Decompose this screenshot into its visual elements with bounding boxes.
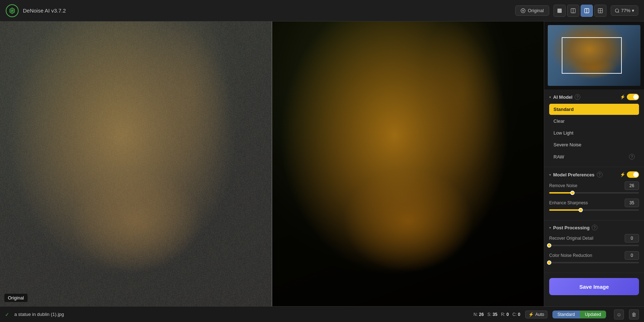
remove-noise-value[interactable]: 26	[625, 181, 639, 190]
svg-point-10	[615, 9, 619, 12]
model-option-raw[interactable]: RAW ?	[549, 151, 639, 162]
view-single[interactable]	[553, 5, 566, 17]
auto-label: Auto	[535, 312, 544, 317]
view-buttons	[553, 5, 606, 17]
standard-pill[interactable]: Standard	[552, 311, 580, 318]
view-split-active[interactable]	[581, 5, 593, 17]
view-split[interactable]	[567, 5, 579, 17]
color-param: C: 0	[512, 312, 520, 317]
auto-badge[interactable]: ⚡ Auto	[525, 311, 547, 318]
ai-model-title: AI Model	[553, 94, 572, 100]
delete-btn[interactable]: 🗑	[629, 309, 639, 319]
app-logo	[6, 4, 19, 17]
recover-detail-value[interactable]: 0	[625, 234, 639, 243]
remove-noise-param: Remove Noise 26	[549, 181, 639, 194]
remove-noise-label: Remove Noise	[549, 183, 577, 188]
ai-model-help[interactable]: ?	[575, 94, 580, 100]
enhance-sharpness-param: Enhance Sharpness 35	[549, 199, 639, 211]
status-params: N: 26 S: 35 R: 0 C: 0	[473, 312, 520, 317]
model-prefs-toggle-track[interactable]	[627, 171, 639, 178]
color-noise-value[interactable]: 0	[625, 251, 639, 260]
model-preferences-title: Model Preferences	[553, 172, 595, 177]
post-processing-title: Post Processing	[553, 225, 590, 230]
lightning-icon: ⚡	[620, 94, 625, 99]
model-option-low-light[interactable]: Low Light	[549, 127, 639, 138]
ai-model-toggle[interactable]: ⚡	[620, 94, 639, 100]
color-noise-label: Color Noise Reduction	[549, 253, 592, 258]
noise-param: N: 26	[473, 312, 484, 317]
app-title: DeNoise AI v3.7.2	[23, 8, 66, 14]
svg-rect-2	[557, 9, 562, 13]
view-grid[interactable]	[594, 5, 606, 17]
post-proc-chevron: ▾	[549, 226, 551, 230]
ai-model-header: ▾ AI Model ? ⚡	[549, 94, 639, 100]
ai-model-toggle-track[interactable]	[627, 94, 639, 100]
ai-model-toggle-thumb	[633, 94, 638, 99]
recover-detail-label: Recover Original Detail	[549, 236, 593, 241]
original-label: Original	[4, 294, 28, 302]
updated-pill[interactable]: Updated	[580, 311, 606, 318]
enhance-sharpness-slider[interactable]	[549, 209, 639, 211]
model-options: Standard Clear Low Light Severe Noise RA…	[549, 104, 639, 162]
post-processing-header: ▾ Post Processing ?	[549, 225, 639, 230]
enhance-sharpness-label: Enhance Sharpness	[549, 200, 588, 205]
raw-help-icon[interactable]: ?	[629, 154, 635, 160]
right-panel: ▾ AI Model ? ⚡ Standard Clear L	[544, 21, 644, 306]
color-noise-thumb[interactable]	[547, 260, 551, 265]
remove-noise-slider[interactable]	[549, 192, 639, 194]
zoom-chevron: ▾	[632, 8, 634, 13]
svg-point-0	[521, 9, 525, 13]
model-option-standard[interactable]: Standard	[549, 104, 639, 115]
ai-model-chevron: ▾	[549, 95, 551, 99]
compare-pills: Standard Updated	[552, 311, 606, 318]
recover-detail-slider[interactable]	[549, 245, 639, 246]
model-prefs-chevron: ▾	[549, 173, 551, 177]
post-proc-help[interactable]: ?	[592, 225, 597, 230]
model-option-clear[interactable]: Clear	[549, 116, 639, 127]
model-prefs-help[interactable]: ?	[597, 172, 602, 177]
model-prefs-toggle-thumb	[633, 172, 638, 177]
enhance-sharpness-thumb[interactable]	[579, 208, 583, 212]
compare-toggle-btn[interactable]: ☺	[614, 309, 624, 319]
auto-lightning-icon: ⚡	[528, 312, 534, 317]
ai-model-section: ▾ AI Model ? ⚡ Standard Clear L	[544, 89, 644, 167]
model-prefs-lightning: ⚡	[620, 172, 625, 177]
topbar: DeNoise AI v3.7.2 Original 77% ▾	[0, 0, 644, 21]
original-button[interactable]: Original	[515, 5, 549, 16]
noise-overlay	[0, 21, 272, 306]
svg-point-1	[522, 10, 524, 11]
thumbnail-image	[548, 25, 640, 86]
model-preferences-section: ▾ Model Preferences ? ⚡ Remove Noise 26	[544, 167, 644, 220]
svg-line-11	[618, 11, 619, 13]
model-prefs-toggle[interactable]: ⚡	[620, 171, 639, 178]
original-panel: Original	[0, 21, 272, 306]
remove-noise-thumb[interactable]	[570, 191, 575, 195]
save-button[interactable]: Save Image	[549, 278, 639, 295]
check-icon: ✓	[5, 312, 9, 317]
thumbnail-area	[544, 21, 644, 89]
post-processing-section: ▾ Post Processing ? Recover Original Det…	[544, 220, 644, 273]
model-preferences-header: ▾ Model Preferences ? ⚡	[549, 171, 639, 178]
main-area: Original ▾ AI Model ? ⚡	[0, 21, 644, 306]
model-option-severe-noise[interactable]: Severe Noise	[549, 139, 639, 150]
thumbnail-box	[562, 37, 622, 74]
image-compare: Original	[0, 21, 544, 306]
statusbar: ✓ a statue in dublin (1).jpg N: 26 S: 35…	[0, 306, 644, 322]
enhance-sharpness-value[interactable]: 35	[625, 199, 639, 207]
canvas-area: Original	[0, 21, 544, 306]
processed-panel	[272, 21, 544, 306]
sharpness-param: S: 35	[487, 312, 497, 317]
recover-detail-thumb[interactable]	[547, 243, 551, 248]
color-noise-param: Color Noise Reduction 0	[549, 251, 639, 263]
recover-detail-param: Recover Original Detail 0	[549, 234, 639, 246]
zoom-control[interactable]: 77% ▾	[611, 5, 638, 16]
filename: a statue in dublin (1).jpg	[14, 312, 64, 317]
color-noise-slider[interactable]	[549, 262, 639, 263]
processed-image	[272, 21, 544, 306]
recover-param: R: 0	[501, 312, 509, 317]
zoom-value: 77%	[621, 8, 630, 13]
